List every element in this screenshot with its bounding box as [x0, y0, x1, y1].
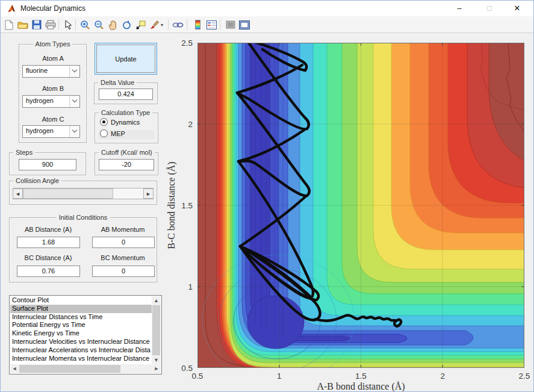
horizontal-scrollbar[interactable]: ◄ ►	[10, 364, 161, 373]
radio-dynamics-label: Dynamics	[111, 119, 140, 126]
x-tick-label: 2	[440, 372, 445, 381]
y-tick-label: 0.5	[181, 364, 193, 373]
maximize-button[interactable]: □	[476, 1, 503, 16]
atom-a-combobox[interactable]: fluorine	[22, 65, 80, 78]
radio-mep-label: MEP	[111, 130, 125, 137]
atom-c-label: Atom C	[42, 116, 64, 123]
listbox-item[interactable]: Contour Plot	[10, 296, 152, 305]
horizontal-scroll-thumb[interactable]	[19, 365, 120, 373]
chevron-down-icon[interactable]	[69, 66, 79, 77]
atom-a-label: Atom A	[42, 55, 63, 62]
chevron-down-icon[interactable]	[69, 126, 79, 137]
slider-right-arrow-icon[interactable]: ►	[143, 188, 154, 199]
brush-dropdown-caret-icon[interactable]: ▾	[159, 19, 165, 31]
listbox-item[interactable]: Potential Energy vs Time	[10, 321, 152, 329]
cutoff-field[interactable]: -20	[99, 159, 154, 170]
slider-thumb[interactable]	[23, 188, 113, 199]
show-plot-tools-icon[interactable]	[238, 19, 250, 31]
open-folder-icon[interactable]	[17, 19, 29, 31]
radio-mep[interactable]: MEP	[100, 129, 125, 137]
radio-dynamics[interactable]: Dynamics	[100, 118, 140, 126]
listbox-item[interactable]: Internuclear Velocities vs Internuclear …	[10, 338, 152, 346]
cursor-arrow-icon[interactable]	[62, 19, 74, 31]
ab-distance-field[interactable]: 1.68	[17, 237, 80, 248]
contour-plot-axes[interactable]: 2.521.510.5 0.511.522.5 A-B bond distanc…	[197, 43, 524, 368]
listbox-item[interactable]: Internuclear Accelerations vs Internucle…	[10, 346, 152, 355]
ab-distance-label: AB Distance (A)	[25, 226, 72, 233]
data-cursor-icon[interactable]	[134, 19, 146, 31]
print-icon[interactable]	[45, 19, 57, 31]
scroll-up-icon[interactable]: ▲	[152, 296, 161, 305]
atom-c-value: hydrogen	[26, 127, 54, 134]
bc-momentum-field[interactable]: 0	[92, 266, 155, 277]
radio-unselected-icon	[100, 129, 108, 137]
close-button[interactable]: ✕	[503, 1, 531, 16]
ab-momentum-label: AB Momentum	[101, 226, 145, 233]
insert-colorbar-icon[interactable]	[191, 19, 203, 31]
new-file-icon[interactable]	[3, 19, 15, 31]
slider-left-arrow-icon[interactable]: ◄	[13, 188, 23, 199]
scroll-down-icon[interactable]: ▼	[152, 356, 161, 364]
brush-icon[interactable]	[148, 19, 160, 31]
atom-b-combobox[interactable]: hydrogen	[22, 95, 80, 108]
y-tick-label: 1	[188, 282, 193, 291]
collision-angle-title: Collision Angle	[13, 177, 61, 184]
x-tick-label: 1	[277, 372, 282, 381]
window-title: Molecular Dynamics	[20, 4, 85, 13]
scroll-right-icon[interactable]: ►	[152, 364, 161, 373]
molecular-dynamics-window: Molecular Dynamics – □ ✕	[0, 0, 534, 392]
y-tick-label: 1.5	[181, 201, 193, 210]
initial-conditions-title: Initial Conditions	[57, 214, 110, 221]
ab-momentum-field[interactable]: 0	[92, 237, 155, 248]
bc-momentum-label: BC Momentum	[101, 254, 144, 261]
y-tick-label: 2	[188, 120, 193, 129]
x-tick-label: 2.5	[519, 372, 530, 381]
x-tick-label: 0.5	[192, 372, 203, 381]
potential-energy-surface	[197, 43, 524, 368]
bc-distance-field[interactable]: 0.76	[17, 266, 80, 277]
bc-distance-label: BC Distance (A)	[25, 254, 72, 261]
vertical-scroll-thumb[interactable]	[152, 305, 160, 355]
atom-c-combobox[interactable]: hydrogen	[22, 125, 80, 138]
listbox-item[interactable]: Surface Plot	[10, 305, 152, 313]
insert-legend-icon[interactable]	[205, 19, 217, 31]
calculation-type-title: Calculation Type	[99, 109, 152, 116]
atom-b-value: hydrogen	[26, 97, 54, 104]
x-tick-label: 1.5	[355, 372, 367, 381]
atom-types-title: Atom Types	[33, 40, 73, 48]
zoom-in-icon[interactable]	[79, 19, 91, 31]
plot-type-listbox[interactable]: Contour PlotSurface PlotInternuclear Dis…	[9, 295, 162, 375]
listbox-item[interactable]: Internuclear Distances vs Time	[10, 313, 152, 322]
pan-hand-icon[interactable]	[107, 19, 119, 31]
matlab-app-icon	[7, 4, 16, 13]
title-bar[interactable]: Molecular Dynamics – □ ✕	[1, 1, 533, 16]
scroll-left-icon[interactable]: ◄	[10, 364, 19, 373]
delta-value-field[interactable]: 0.424	[99, 89, 153, 100]
calculation-type-panel: Calculation Type Dynamics MEP	[95, 113, 158, 143]
collision-angle-slider[interactable]: ◄ ►	[13, 188, 154, 199]
hide-plot-tools-icon[interactable]	[225, 19, 237, 31]
radio-selected-icon	[100, 118, 108, 126]
update-button[interactable]: Update	[95, 43, 157, 75]
cutoff-title: Cutoff (Kcal/ mol)	[99, 149, 155, 156]
minimize-button[interactable]: –	[446, 1, 473, 16]
plot-type-list: Contour PlotSurface PlotInternuclear Dis…	[10, 296, 152, 364]
rotate-3d-icon[interactable]	[120, 19, 132, 31]
y-axis-label: B-C bond distance (Å)	[166, 161, 177, 249]
figure-toolbar: ▾	[1, 16, 533, 33]
y-tick-label: 2.5	[181, 39, 193, 48]
link-plots-icon[interactable]	[172, 19, 184, 31]
zoom-out-icon[interactable]	[93, 19, 105, 31]
listbox-item[interactable]: Kinetic Energy vs Time	[10, 329, 152, 338]
listbox-item[interactable]: Internuclear Momenta vs Internuclear Dis…	[10, 355, 152, 363]
x-axis-label: A-B bond distance (Å)	[317, 381, 405, 392]
steps-field[interactable]: 900	[19, 159, 76, 170]
atom-a-value: fluorine	[26, 67, 48, 74]
vertical-scrollbar[interactable]: ▲ ▼	[152, 296, 161, 364]
steps-title: Steps	[13, 149, 35, 156]
save-icon[interactable]	[31, 19, 43, 31]
delta-value-title: Delta Value	[98, 79, 137, 86]
atom-b-label: Atom B	[42, 85, 64, 92]
chevron-down-icon[interactable]	[69, 96, 79, 107]
